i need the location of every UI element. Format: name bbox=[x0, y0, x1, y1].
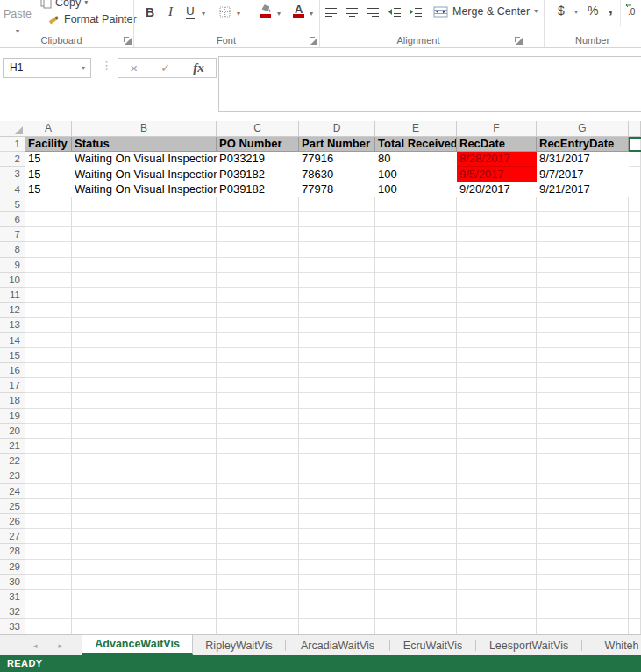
cell-E1[interactable]: Total Received bbox=[375, 137, 457, 152]
row-header-32[interactable]: 32 bbox=[0, 604, 25, 619]
borders-caret-icon[interactable]: ▾ bbox=[237, 11, 240, 18]
paste-button[interactable]: Paste ▾ bbox=[2, 5, 33, 35]
merge-center-button[interactable]: Merge & Center ▾ bbox=[433, 5, 538, 18]
borders-button[interactable] bbox=[219, 6, 231, 18]
clipboard-dialog-launcher[interactable] bbox=[123, 36, 132, 45]
cell-B3[interactable]: Waiting On Visual Inspection bbox=[72, 167, 217, 182]
column-header-D[interactable]: D bbox=[299, 121, 375, 137]
cell-C2[interactable]: P033219 bbox=[217, 152, 299, 167]
cell-F1[interactable]: RecDate bbox=[457, 137, 537, 152]
fill-color-button[interactable] bbox=[260, 4, 272, 18]
increase-indent-button[interactable] bbox=[409, 7, 423, 17]
row-header-1[interactable]: 1 bbox=[0, 137, 25, 152]
column-header-C[interactable]: C bbox=[217, 121, 299, 137]
column-header-E[interactable]: E bbox=[375, 121, 457, 137]
percent-format-button[interactable]: % bbox=[588, 4, 598, 18]
sheet-tab-RipleyWaitVis[interactable]: RipleyWaitVis bbox=[193, 635, 285, 655]
insert-function-button[interactable]: fx bbox=[193, 61, 204, 75]
align-left-button[interactable] bbox=[324, 7, 338, 17]
currency-caret-icon[interactable]: ▾ bbox=[574, 9, 578, 16]
cell-A3[interactable]: 15 bbox=[25, 167, 72, 182]
row-header-14[interactable]: 14 bbox=[0, 333, 25, 348]
row-header-18[interactable]: 18 bbox=[0, 393, 25, 409]
cell-D3[interactable]: 78630 bbox=[299, 167, 375, 182]
cell-A2[interactable]: 15 bbox=[25, 152, 72, 167]
row-header-8[interactable]: 8 bbox=[0, 242, 25, 258]
row-header-11[interactable]: 11 bbox=[0, 288, 25, 303]
tab-scroll-left-icon[interactable]: ◂ bbox=[23, 641, 48, 650]
cell-G3[interactable]: 9/7/2017 bbox=[537, 167, 629, 182]
select-all-button[interactable] bbox=[0, 121, 25, 137]
row-header-24[interactable]: 24 bbox=[0, 484, 25, 499]
name-box[interactable]: H1 ▾ bbox=[3, 58, 91, 78]
column-header-partial[interactable] bbox=[629, 121, 641, 137]
row-header-2[interactable]: 2 bbox=[0, 152, 25, 167]
font-dialog-launcher[interactable] bbox=[309, 36, 317, 45]
row-header-17[interactable]: 17 bbox=[0, 378, 25, 393]
sheet-tab-AdvanceWaitVis[interactable]: AdvanceWaitVis bbox=[82, 635, 193, 655]
row-header-16[interactable]: 16 bbox=[0, 363, 25, 378]
cell-G2[interactable]: 8/31/2017 bbox=[537, 152, 629, 167]
cell-E3[interactable]: 100 bbox=[375, 167, 457, 182]
formula-input[interactable] bbox=[218, 56, 641, 112]
cell-C1[interactable]: PO Number bbox=[217, 137, 299, 152]
sheet-tab-Whiteh[interactable]: Whiteh bbox=[582, 635, 641, 655]
cell-F4[interactable]: 9/20/2017 bbox=[457, 182, 537, 197]
decrease-indent-button[interactable] bbox=[388, 7, 402, 17]
cell-G4[interactable]: 9/21/2017 bbox=[537, 182, 629, 197]
row-header-15[interactable]: 15 bbox=[0, 348, 25, 363]
font-color-caret-icon[interactable]: ▾ bbox=[310, 11, 313, 18]
row-header-4[interactable]: 4 bbox=[0, 182, 25, 197]
sheet-tab-EcruWaitVis[interactable]: EcruWaitVis bbox=[390, 635, 475, 655]
row-header-23[interactable]: 23 bbox=[0, 468, 25, 484]
align-right-button[interactable] bbox=[367, 7, 380, 17]
cell-C3[interactable]: P039182 bbox=[217, 167, 299, 182]
bold-button[interactable]: B bbox=[146, 5, 154, 19]
cell-E2[interactable]: 80 bbox=[375, 152, 457, 167]
cell-E4[interactable]: 100 bbox=[375, 182, 457, 197]
row-header-25[interactable]: 25 bbox=[0, 499, 25, 514]
cell-A4[interactable]: 15 bbox=[25, 182, 72, 197]
merge-center-caret-icon[interactable]: ▾ bbox=[534, 8, 538, 15]
row-header-10[interactable]: 10 bbox=[0, 273, 25, 288]
cell-F3[interactable]: 9/5/2017 bbox=[457, 167, 537, 182]
cell-B2[interactable]: Waiting On Visual Inspection bbox=[72, 152, 217, 167]
format-painter-button[interactable]: Format Painter bbox=[47, 13, 137, 25]
sheet-tab-LeesportWaitVis[interactable]: LeesportWaitVis bbox=[476, 635, 581, 655]
column-header-A[interactable]: A bbox=[25, 121, 72, 137]
row-header-30[interactable]: 30 bbox=[0, 575, 25, 590]
align-center-button[interactable] bbox=[345, 7, 359, 17]
cell-C4[interactable]: P039182 bbox=[217, 182, 299, 197]
paste-caret-icon[interactable]: ▾ bbox=[2, 28, 33, 35]
underline-button[interactable]: U bbox=[186, 5, 195, 19]
row-header-31[interactable]: 31 bbox=[0, 590, 25, 604]
row-header-33[interactable]: 33 bbox=[0, 619, 25, 634]
row-header-12[interactable]: 12 bbox=[0, 303, 25, 318]
row-header-5[interactable]: 5 bbox=[0, 197, 25, 212]
column-header-G[interactable]: G bbox=[537, 121, 629, 137]
italic-button[interactable]: I bbox=[168, 4, 173, 19]
cell-B1[interactable]: Status bbox=[72, 137, 217, 152]
column-header-B[interactable]: B bbox=[72, 121, 217, 137]
row-header-26[interactable]: 26 bbox=[0, 514, 25, 529]
alignment-dialog-launcher[interactable] bbox=[514, 36, 523, 45]
cell-D2[interactable]: 77916 bbox=[299, 152, 375, 167]
comma-format-button[interactable]: , bbox=[609, 0, 613, 18]
copy-button[interactable]: Copy ▾ bbox=[40, 0, 88, 9]
cell-G1[interactable]: RecEntryDate bbox=[537, 137, 629, 152]
tab-scroll-right-icon[interactable]: ▸ bbox=[48, 641, 74, 650]
row-header-19[interactable]: 19 bbox=[0, 409, 25, 424]
column-header-F[interactable]: F bbox=[457, 121, 537, 137]
active-cell-selection[interactable] bbox=[629, 137, 641, 152]
currency-format-button[interactable]: $ bbox=[558, 4, 565, 18]
row-header-13[interactable]: 13 bbox=[0, 318, 25, 333]
sheet-tab-ArcadiaWaitVis[interactable]: ArcadiaWaitVis bbox=[286, 635, 389, 655]
cell-A1[interactable]: Facility bbox=[25, 137, 72, 152]
underline-caret-icon[interactable]: ▾ bbox=[202, 11, 205, 18]
cell-F2[interactable]: 8/28/2017 bbox=[457, 152, 537, 167]
row-header-27[interactable]: 27 bbox=[0, 529, 25, 544]
formula-bar-grip[interactable]: ⋮ bbox=[101, 59, 112, 72]
cell-D1[interactable]: Part Number bbox=[299, 137, 375, 152]
fill-color-caret-icon[interactable]: ▾ bbox=[277, 11, 281, 18]
cell-D4[interactable]: 77978 bbox=[299, 182, 375, 197]
